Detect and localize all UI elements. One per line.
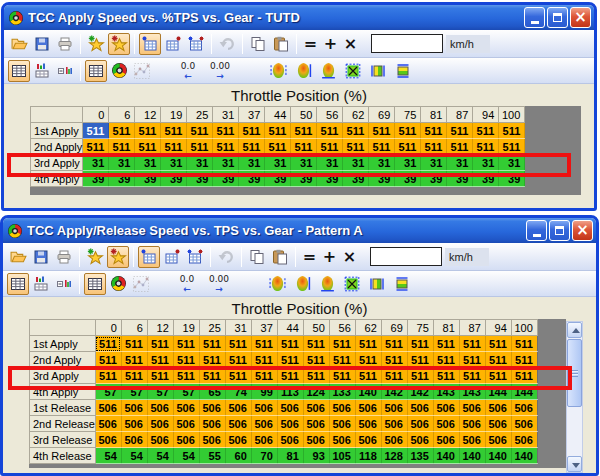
table-new-red-icon[interactable] bbox=[161, 246, 183, 268]
save-icon[interactable] bbox=[31, 33, 53, 55]
table-cell[interactable]: 54 bbox=[121, 448, 147, 464]
table-cell[interactable]: 511 bbox=[213, 139, 239, 155]
table-cell[interactable]: 140 bbox=[355, 384, 381, 400]
table-cell[interactable]: 511 bbox=[473, 123, 499, 139]
table-cell[interactable]: 31 bbox=[343, 155, 369, 171]
table-cell[interactable]: 511 bbox=[499, 123, 525, 139]
table-cell[interactable]: 511 bbox=[303, 336, 329, 352]
table-cell[interactable]: 511 bbox=[291, 139, 317, 155]
table-cell[interactable]: 39 bbox=[291, 171, 317, 187]
table-cell[interactable]: 31 bbox=[109, 155, 135, 171]
table-cell[interactable]: 31 bbox=[473, 155, 499, 171]
plus-button[interactable]: + bbox=[321, 34, 340, 53]
table-cell[interactable]: 39 bbox=[395, 171, 421, 187]
table-cell[interactable]: 506 bbox=[147, 432, 173, 448]
table-cell[interactable]: 128 bbox=[381, 448, 407, 464]
table-cell[interactable]: 511 bbox=[95, 336, 121, 352]
table-cell[interactable]: 39 bbox=[83, 171, 109, 187]
surface-horizontal-axis-icon[interactable] bbox=[317, 60, 339, 82]
table-cell[interactable]: 506 bbox=[95, 400, 121, 416]
table-cell[interactable]: 506 bbox=[251, 432, 277, 448]
table-chart-view-icon[interactable] bbox=[31, 60, 53, 82]
table-cell[interactable]: 135 bbox=[407, 448, 433, 464]
paste-icon[interactable] bbox=[269, 246, 291, 268]
table-cell[interactable]: 506 bbox=[433, 432, 459, 448]
table-cell[interactable]: 506 bbox=[277, 432, 303, 448]
minimize-button[interactable] bbox=[524, 7, 545, 28]
new-table-red-star-icon[interactable] bbox=[107, 246, 129, 268]
table-cell[interactable]: 506 bbox=[225, 400, 251, 416]
table-cell[interactable]: 39 bbox=[187, 171, 213, 187]
table-cell[interactable]: 506 bbox=[459, 400, 485, 416]
compact-view-icon[interactable] bbox=[53, 273, 75, 295]
copy-icon[interactable] bbox=[246, 246, 268, 268]
table-cell[interactable]: 105 bbox=[329, 448, 355, 464]
table-cell[interactable]: 506 bbox=[147, 416, 173, 432]
new-table-green-star-icon[interactable] bbox=[84, 246, 106, 268]
table-cell[interactable]: 511 bbox=[329, 336, 355, 352]
table-cell[interactable]: 506 bbox=[95, 432, 121, 448]
table-cell[interactable]: 511 bbox=[421, 123, 447, 139]
box-select-icon[interactable] bbox=[342, 60, 364, 82]
scrollbar-track[interactable] bbox=[567, 338, 582, 456]
titlebar[interactable]: TCC Apply/Release Speed vs. TPS vs. Gear… bbox=[3, 218, 596, 243]
table-cell[interactable]: 39 bbox=[161, 171, 187, 187]
scroll-down-button[interactable] bbox=[567, 456, 582, 472]
table-cell[interactable]: 511 bbox=[109, 123, 135, 139]
scroll-up-button[interactable] bbox=[567, 322, 582, 338]
table-cell[interactable]: 511 bbox=[473, 139, 499, 155]
table-cell[interactable]: 511 bbox=[447, 123, 473, 139]
table-cell[interactable]: 506 bbox=[381, 416, 407, 432]
print-icon[interactable] bbox=[54, 33, 76, 55]
table-cell[interactable]: 143 bbox=[459, 384, 485, 400]
table-cell[interactable]: 506 bbox=[277, 400, 303, 416]
maximize-button[interactable] bbox=[549, 220, 570, 241]
table-cell[interactable]: 511 bbox=[187, 123, 213, 139]
decimal-decrease-button[interactable]: 0.0 ← bbox=[176, 61, 200, 81]
table-cell[interactable]: 511 bbox=[407, 336, 433, 352]
table-cell[interactable]: 39 bbox=[369, 171, 395, 187]
table-cell[interactable]: 511 bbox=[213, 123, 239, 139]
table-cell[interactable]: 506 bbox=[277, 416, 303, 432]
table-cell[interactable]: 511 bbox=[277, 336, 303, 352]
table-cell[interactable]: 99 bbox=[251, 384, 277, 400]
table-cell[interactable]: 113 bbox=[277, 384, 303, 400]
table-cell[interactable]: 506 bbox=[121, 400, 147, 416]
table-cell[interactable]: 506 bbox=[459, 416, 485, 432]
grid-view-2-icon[interactable] bbox=[85, 60, 107, 82]
table-cell[interactable]: 511 bbox=[265, 123, 291, 139]
table-cell[interactable]: 506 bbox=[95, 416, 121, 432]
table-cell[interactable]: 511 bbox=[121, 368, 147, 384]
print-icon[interactable] bbox=[53, 246, 75, 268]
table-cell[interactable]: 511 bbox=[407, 368, 433, 384]
table-cell[interactable]: 506 bbox=[433, 400, 459, 416]
table-cell[interactable]: 39 bbox=[473, 171, 499, 187]
new-table-green-star-icon[interactable] bbox=[85, 33, 107, 55]
table-cell[interactable]: 57 bbox=[147, 384, 173, 400]
table-cell[interactable]: 39 bbox=[317, 171, 343, 187]
table-cell[interactable]: 506 bbox=[225, 432, 251, 448]
table-cell[interactable]: 506 bbox=[329, 432, 355, 448]
table-cell[interactable]: 118 bbox=[355, 448, 381, 464]
table-cell[interactable]: 511 bbox=[317, 139, 343, 155]
table-cell[interactable]: 143 bbox=[433, 384, 459, 400]
table-cell[interactable]: 57 bbox=[173, 384, 199, 400]
box-select-icon[interactable] bbox=[341, 273, 363, 295]
equals-button[interactable]: = bbox=[300, 247, 319, 266]
table-cell[interactable]: 511 bbox=[225, 352, 251, 368]
table-cell[interactable]: 31 bbox=[395, 155, 421, 171]
decimal-decrease-button[interactable]: 0.0 ← bbox=[175, 274, 199, 294]
table-cell[interactable]: 39 bbox=[213, 171, 239, 187]
table-cell[interactable]: 511 bbox=[317, 123, 343, 139]
table-cell[interactable]: 511 bbox=[329, 368, 355, 384]
maximize-button[interactable] bbox=[547, 7, 568, 28]
table-cell[interactable]: 511 bbox=[355, 368, 381, 384]
table-cell[interactable]: 506 bbox=[121, 432, 147, 448]
table-cell[interactable]: 511 bbox=[355, 352, 381, 368]
table-cell[interactable]: 511 bbox=[199, 352, 225, 368]
table-cell[interactable]: 511 bbox=[199, 368, 225, 384]
save-icon[interactable] bbox=[30, 246, 52, 268]
table-cell[interactable]: 506 bbox=[199, 432, 225, 448]
table-cell[interactable]: 511 bbox=[173, 352, 199, 368]
table-cell[interactable]: 511 bbox=[303, 368, 329, 384]
